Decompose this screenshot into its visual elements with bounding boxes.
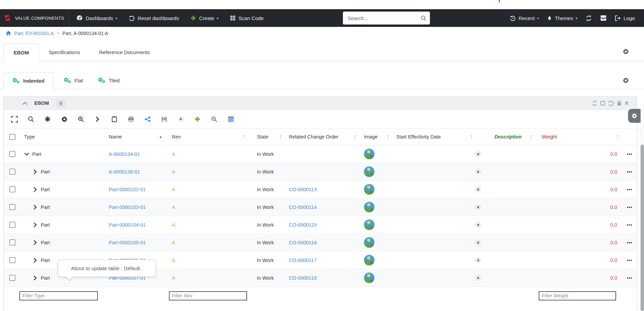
settings-gear-button[interactable] bbox=[60, 116, 68, 122]
row-checkbox[interactable] bbox=[10, 151, 15, 157]
global-search[interactable] bbox=[343, 12, 430, 24]
brand-logo[interactable]: VALUE COMPONENTS bbox=[0, 9, 69, 27]
row-menu-button[interactable]: ••• bbox=[627, 258, 632, 263]
row-menu-button[interactable]: ••• bbox=[627, 275, 632, 280]
row-menu-button[interactable]: ••• bbox=[627, 169, 632, 174]
column-image[interactable]: Image bbox=[364, 134, 378, 140]
column-rev[interactable]: Rev bbox=[172, 134, 181, 140]
sort-icon[interactable]: ▲▼ bbox=[470, 134, 473, 139]
zoom-search-button[interactable] bbox=[77, 116, 85, 122]
maximize-button[interactable] bbox=[601, 101, 605, 105]
expand-chevron-icon[interactable] bbox=[33, 205, 38, 210]
home-icon[interactable] bbox=[6, 31, 11, 36]
tab-specifications[interactable]: Specifications bbox=[39, 44, 90, 61]
part-thumbnail-icon[interactable] bbox=[364, 237, 375, 248]
print-button[interactable] bbox=[127, 116, 135, 122]
view-settings-button[interactable] bbox=[623, 77, 629, 84]
column-state[interactable]: State bbox=[257, 134, 268, 140]
row-menu-button[interactable]: ••• bbox=[627, 187, 632, 192]
name-link[interactable]: Part-0000104-01 bbox=[109, 222, 146, 228]
tab-reference-documents[interactable]: Reference Documents bbox=[90, 44, 159, 61]
vertical-scrollbar[interactable] bbox=[640, 126, 644, 311]
expand-chevron-icon[interactable] bbox=[33, 240, 38, 245]
breadcrumb-parent-link[interactable]: Part, EV-001501:A bbox=[14, 31, 54, 36]
row-checkbox[interactable] bbox=[10, 204, 15, 210]
row-checkbox[interactable] bbox=[10, 186, 15, 192]
view-tab-indented[interactable]: Indented bbox=[3, 72, 53, 89]
part-thumbnail-icon[interactable] bbox=[364, 184, 375, 195]
effectivity-radio-icon[interactable] bbox=[475, 240, 481, 245]
expand-chevron-icon[interactable] bbox=[33, 187, 38, 192]
zoom-in-button[interactable] bbox=[210, 116, 218, 122]
column-related-change-order[interactable]: Related Change Order bbox=[289, 134, 338, 140]
sort-icon[interactable]: ▲▼ bbox=[530, 134, 533, 139]
table-row[interactable]: Part Part-0000105-01 A In Work CO-000011… bbox=[4, 234, 637, 251]
name-link[interactable]: A-0000134-01 bbox=[109, 151, 140, 157]
row-checkbox[interactable] bbox=[10, 169, 15, 175]
effectivity-radio-icon[interactable] bbox=[475, 258, 481, 263]
fullscreen-button[interactable] bbox=[11, 116, 18, 122]
row-menu-button[interactable]: ••• bbox=[627, 222, 632, 227]
row-menu-button[interactable]: ••• bbox=[627, 204, 632, 210]
tab-ebom[interactable]: EBOM bbox=[3, 44, 39, 61]
sync-button[interactable] bbox=[581, 9, 596, 27]
nav-recent[interactable]: Recent ▾ bbox=[506, 9, 543, 27]
scrollbar-thumb[interactable] bbox=[641, 145, 644, 311]
chevron-right-button[interactable] bbox=[94, 116, 101, 122]
expand-chevron-icon[interactable] bbox=[33, 276, 38, 280]
view-tab-tiled[interactable]: Tiled bbox=[90, 72, 127, 89]
nav-create[interactable]: Create ▾ bbox=[185, 9, 224, 27]
name-link[interactable]: A-0000138-01 bbox=[109, 169, 140, 175]
select-all-checkbox[interactable] bbox=[10, 134, 15, 140]
effectivity-radio-icon[interactable] bbox=[475, 169, 481, 174]
row-checkbox[interactable] bbox=[10, 257, 15, 263]
row-checkbox[interactable] bbox=[10, 240, 15, 245]
tab-settings-button[interactable] bbox=[623, 48, 629, 55]
sort-icon[interactable]: ▲▼ bbox=[354, 134, 356, 139]
search-rows-button[interactable] bbox=[27, 116, 35, 122]
table-row[interactable]: Part Part-0000102-01 A In Work CO-000011… bbox=[4, 181, 637, 198]
effectivity-radio-icon[interactable] bbox=[475, 204, 481, 210]
inbox-button[interactable] bbox=[596, 9, 611, 27]
column-start-effectivity-date[interactable]: Start Effectivity Date bbox=[396, 134, 441, 140]
table-row[interactable]: Part A-0000138-01 A In Work bbox=[4, 163, 637, 181]
clipboard-button[interactable] bbox=[110, 116, 118, 122]
table-row[interactable]: Part Part-0000103-01 A In Work CO-000011… bbox=[4, 198, 637, 216]
close-panel-button[interactable]: × bbox=[625, 101, 629, 105]
part-thumbnail-icon[interactable] bbox=[364, 219, 375, 230]
effectivity-radio-icon[interactable] bbox=[475, 151, 481, 157]
expand-chevron-icon[interactable] bbox=[33, 223, 38, 227]
name-link[interactable]: Part-0000103-01 bbox=[109, 204, 146, 210]
table-columns-button[interactable] bbox=[227, 116, 234, 122]
name-link[interactable]: Part-0000105-01 bbox=[109, 240, 146, 245]
column-weight[interactable]: Weight bbox=[542, 134, 557, 140]
search-icon[interactable] bbox=[421, 15, 427, 21]
nav-reset-dashboards[interactable]: Reset dashboards bbox=[123, 9, 185, 27]
nav-dashboards[interactable]: Dashboards ▾ bbox=[71, 9, 123, 27]
row-menu-button[interactable]: ••• bbox=[627, 151, 632, 157]
nav-scan-code[interactable]: Scan Code bbox=[224, 9, 269, 27]
related-change-order-link[interactable]: CO-0000116 bbox=[289, 240, 317, 245]
undo-button[interactable] bbox=[608, 100, 614, 106]
target-radio-button[interactable] bbox=[177, 117, 185, 122]
sort-icon[interactable]: ▲▼ bbox=[387, 134, 389, 139]
add-row-button[interactable] bbox=[194, 116, 201, 122]
sort-icon[interactable]: ▲▼ bbox=[616, 134, 619, 139]
column-type[interactable]: Type bbox=[24, 134, 35, 140]
panel-settings-button[interactable] bbox=[628, 109, 641, 123]
asterisk-button[interactable] bbox=[44, 116, 51, 122]
nav-logout[interactable]: Logo bbox=[611, 9, 639, 27]
nav-themes[interactable]: Themes ▾ bbox=[543, 9, 581, 27]
sort-ascending-icon[interactable]: ▲ bbox=[159, 135, 162, 138]
collapse-chevron-icon[interactable] bbox=[22, 102, 27, 105]
row-checkbox[interactable] bbox=[10, 275, 15, 281]
expand-chevron-icon[interactable] bbox=[33, 169, 38, 174]
sort-icon[interactable]: ▲▼ bbox=[279, 134, 282, 139]
filter-type-input[interactable] bbox=[19, 291, 98, 300]
filter-rev-input[interactable] bbox=[169, 291, 247, 300]
refresh-button[interactable] bbox=[592, 100, 597, 106]
view-tab-flat[interactable]: Flat bbox=[56, 72, 90, 89]
filter-weight-input[interactable] bbox=[539, 291, 616, 300]
part-thumbnail-icon[interactable] bbox=[364, 202, 375, 212]
expand-chevron-icon[interactable] bbox=[33, 258, 38, 263]
